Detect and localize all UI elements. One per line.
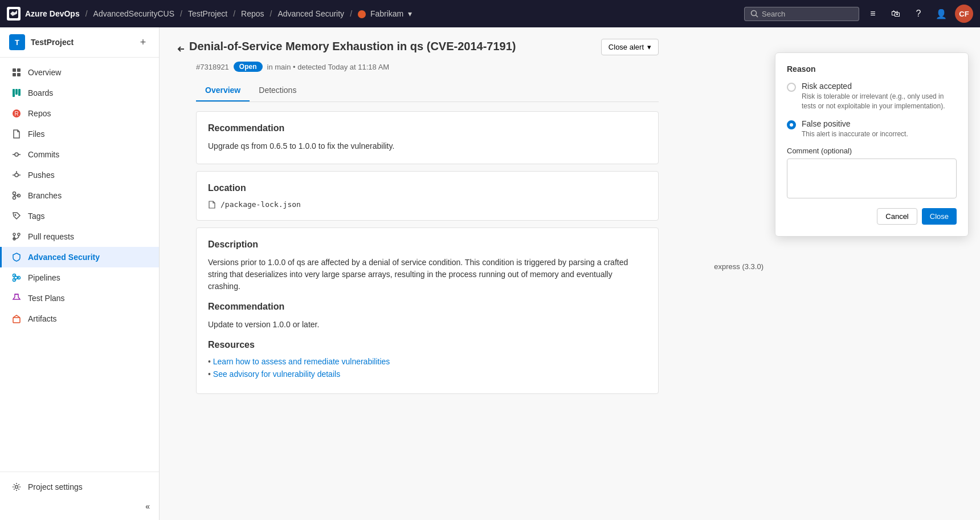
- svg-point-20: [13, 197, 16, 200]
- sidebar-footer: Project settings «: [0, 472, 159, 520]
- file-link[interactable]: /package-lock.json: [208, 200, 647, 209]
- svg-point-12: [15, 153, 18, 156]
- menu-icon[interactable]: ≡: [864, 5, 882, 23]
- file-path: /package-lock.json: [220, 200, 301, 209]
- sidebar-item-artifacts[interactable]: Artifacts: [0, 308, 159, 329]
- sidebar-item-project-settings[interactable]: Project settings: [0, 477, 159, 497]
- shopping-bag-icon[interactable]: 🛍: [887, 5, 905, 23]
- chevron-down-icon: ▾: [408, 9, 412, 18]
- sidebar-item-files[interactable]: Files: [0, 124, 159, 144]
- sidebar-item-pullrequests-label: Pull requests: [28, 232, 74, 241]
- sidebar-item-pipelines[interactable]: Pipelines: [0, 267, 159, 288]
- security-icon: [11, 251, 22, 263]
- radio-option-false-positive[interactable]: False positive This alert is inaccurate …: [787, 119, 957, 139]
- location-title: Location: [208, 183, 647, 193]
- sidebar-item-commits-label: Commits: [28, 150, 59, 159]
- radio-fp-content: False positive This alert is inaccurate …: [802, 119, 908, 139]
- sidebar-item-tags-label: Tags: [28, 212, 45, 221]
- meta-text: in main • detected Today at 11:18 AM: [267, 63, 390, 71]
- breadcrumb-project[interactable]: TestProject: [188, 9, 227, 18]
- sidebar-item-files-label: Files: [28, 129, 45, 139]
- resource-link-2[interactable]: See advisory for vulnerability details: [208, 369, 647, 379]
- resources-title: Resources: [208, 340, 647, 350]
- page-title: Denial-of-Service Memory Exhaustion in q…: [189, 39, 601, 54]
- breadcrumb-repos[interactable]: Repos: [241, 9, 264, 18]
- radio-risk-content: Risk accepted Risk is tolerable or irrel…: [802, 82, 957, 111]
- breadcrumb-advanced-security[interactable]: Advanced Security: [277, 9, 344, 18]
- desc-recommendation-text: Update to version 1.0.0 or later.: [208, 319, 647, 331]
- help-icon[interactable]: ?: [909, 5, 928, 23]
- fabrikam-icon: [358, 10, 366, 18]
- breadcrumb-sep-4: /: [350, 9, 352, 18]
- search-input[interactable]: [762, 10, 853, 18]
- sidebar-item-branches[interactable]: Branches: [0, 185, 159, 206]
- breadcrumb-sep-1: /: [180, 9, 182, 18]
- search-box[interactable]: [744, 7, 859, 21]
- content-area: Denial-of-Service Memory Exhaustion in q…: [160, 27, 672, 412]
- resource-link-1[interactable]: Learn how to assess and remediate vulner…: [208, 357, 647, 366]
- sidebar-item-pushes[interactable]: Pushes: [0, 165, 159, 185]
- svg-point-23: [15, 214, 17, 216]
- comment-textarea[interactable]: [787, 159, 957, 198]
- svg-rect-4: [17, 68, 21, 72]
- breadcrumb-fabrikam[interactable]: Fabrikam ▾: [358, 9, 412, 18]
- close-alert-button[interactable]: Close alert ▾: [601, 39, 659, 55]
- sidebar-item-repos-label: Repos: [28, 109, 51, 118]
- svg-rect-33: [13, 318, 20, 323]
- express-text: express (3.3.0): [714, 262, 763, 271]
- overview-icon: [11, 67, 22, 78]
- desc-recommendation-title: Recommendation: [208, 302, 647, 312]
- svg-point-34: [15, 486, 18, 489]
- user-settings-icon[interactable]: 👤: [932, 5, 950, 23]
- recommendation-title: Recommendation: [208, 123, 647, 133]
- pushes-icon: [11, 169, 22, 181]
- svg-rect-6: [17, 73, 21, 76]
- breadcrumb-sep-2: /: [233, 9, 235, 18]
- close-button[interactable]: Close: [922, 208, 957, 225]
- sidebar-item-artifacts-label: Artifacts: [28, 314, 57, 323]
- files-icon: [11, 128, 22, 140]
- sidebar-item-overview[interactable]: Overview: [0, 62, 159, 83]
- recommendation-card: Recommendation Upgrade qs from 0.6.5 to …: [196, 111, 659, 164]
- page-meta: #7318921 Open in main • detected Today a…: [196, 62, 659, 72]
- description-card: Description Versions prior to 1.0.0 of q…: [196, 228, 659, 394]
- sidebar-item-boards[interactable]: Boards: [0, 83, 159, 103]
- commits-icon: [11, 149, 22, 160]
- sidebar-item-testplans-label: Test Plans: [28, 294, 65, 303]
- radio-risk-accepted[interactable]: [787, 83, 796, 92]
- sidebar-item-testplans[interactable]: Test Plans: [0, 288, 159, 308]
- add-project-button[interactable]: +: [136, 35, 150, 49]
- svg-point-15: [15, 173, 18, 177]
- breadcrumb-org[interactable]: AdvancedSecurityCUS: [93, 9, 174, 18]
- panel-title: Reason: [787, 64, 957, 74]
- brand-name[interactable]: Azure DevOps: [25, 9, 80, 18]
- sidebar-item-repos[interactable]: R Repos: [0, 103, 159, 124]
- svg-text:R: R: [14, 111, 18, 117]
- sidebar-item-advanced-security[interactable]: Advanced Security: [0, 247, 159, 267]
- back-button[interactable]: [173, 41, 189, 57]
- project-name: TestProject: [31, 38, 130, 47]
- svg-rect-7: [13, 89, 15, 97]
- sidebar-item-pullrequests[interactable]: Pull requests: [0, 226, 159, 247]
- sidebar-collapse-button[interactable]: «: [0, 497, 159, 515]
- resources-list: Learn how to assess and remediate vulner…: [208, 357, 647, 379]
- svg-point-25: [18, 233, 20, 235]
- sidebar-item-boards-label: Boards: [28, 88, 53, 98]
- svg-rect-5: [13, 73, 16, 76]
- radio-fp-label: False positive: [802, 119, 908, 128]
- artifacts-icon: [11, 313, 22, 324]
- pullrequests-icon: [11, 231, 22, 242]
- tags-icon: [11, 210, 22, 222]
- tab-detections[interactable]: Detections: [250, 81, 305, 101]
- devops-logo[interactable]: [7, 7, 21, 21]
- avatar[interactable]: CF: [955, 5, 973, 23]
- sidebar-item-commits[interactable]: Commits: [0, 144, 159, 165]
- svg-point-24: [13, 233, 15, 235]
- breadcrumb-sep-3: /: [270, 9, 272, 18]
- radio-false-positive[interactable]: [787, 120, 796, 129]
- settings-icon: [11, 481, 22, 493]
- tab-overview[interactable]: Overview: [196, 81, 250, 101]
- radio-option-risk-accepted[interactable]: Risk accepted Risk is tolerable or irrel…: [787, 82, 957, 111]
- cancel-button[interactable]: Cancel: [877, 208, 917, 225]
- sidebar-item-tags[interactable]: Tags: [0, 206, 159, 226]
